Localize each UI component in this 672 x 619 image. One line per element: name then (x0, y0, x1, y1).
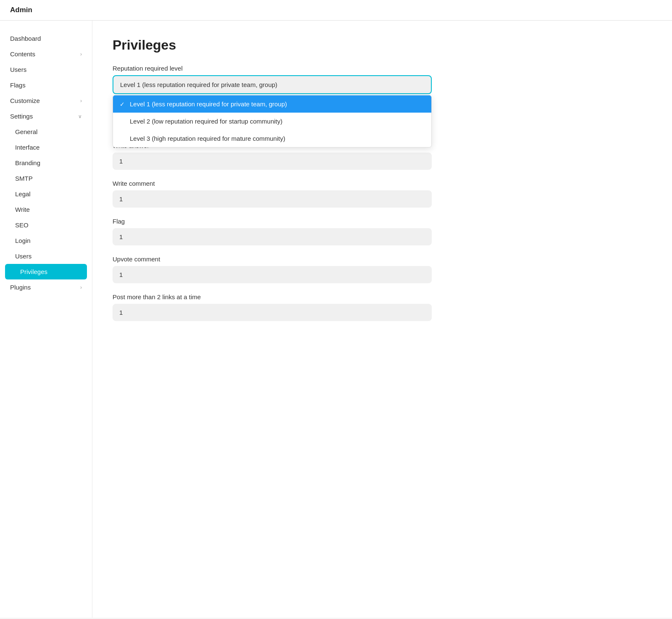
sidebar-item-write[interactable]: Write (0, 202, 92, 217)
option-label-level2: Level 2 (low reputation required for sta… (130, 118, 283, 125)
sidebar-label-plugins: Plugins (10, 284, 31, 291)
field-group-post-links: Post more than 2 links at a time (113, 293, 652, 321)
sidebar-label-contents: Contents (10, 50, 35, 58)
field-input-upvote-comment[interactable] (113, 266, 432, 283)
reputation-dropdown-menu: ✓Level 1 (less reputation required for p… (113, 95, 432, 148)
option-label-level1: Level 1 (less reputation required for pr… (130, 100, 287, 108)
reputation-selected-value: Level 1 (less reputation required for pr… (120, 81, 277, 88)
field-label-post-links: Post more than 2 links at a time (113, 293, 652, 300)
sidebar-label-write: Write (15, 206, 30, 213)
sidebar-item-users-sub[interactable]: Users (0, 248, 92, 264)
sidebar-label-users-sub: Users (15, 253, 32, 260)
layout: DashboardContents›UsersFlagsCustomize›Se… (0, 21, 672, 618)
field-input-write-answer[interactable] (113, 153, 432, 170)
top-bar: Admin (0, 0, 672, 21)
sidebar-label-dashboard: Dashboard (10, 35, 41, 42)
sidebar-item-plugins[interactable]: Plugins› (0, 279, 92, 295)
sidebar-label-branding: Branding (15, 159, 40, 166)
field-input-post-links[interactable] (113, 304, 432, 321)
sidebar-label-seo: SEO (15, 221, 29, 229)
chevron-down-icon: ∨ (78, 113, 82, 119)
admin-title: Admin (10, 6, 32, 14)
option-label-level3: Level 3 (high reputation required for ma… (130, 135, 285, 142)
sidebar-item-general[interactable]: General (0, 124, 92, 140)
dropdown-option-level3[interactable]: Level 3 (high reputation required for ma… (113, 130, 431, 147)
sidebar-item-interface[interactable]: Interface (0, 140, 92, 155)
field-label-upvote-comment: Upvote comment (113, 256, 652, 263)
chevron-right-icon: › (80, 284, 82, 290)
field-label-write-comment: Write comment (113, 180, 652, 187)
field-group-write-comment: Write comment (113, 180, 652, 208)
field-input-flag[interactable] (113, 228, 432, 245)
page-title: Privileges (113, 37, 652, 53)
sidebar-label-users-top: Users (10, 66, 26, 73)
reputation-label: Reputation required level (113, 65, 432, 72)
field-group-upvote-comment: Upvote comment (113, 256, 652, 283)
sidebar-item-smtp[interactable]: SMTP (0, 171, 92, 186)
main-content: Privileges Reputation required level Lev… (92, 21, 672, 618)
sidebar-label-legal: Legal (15, 190, 31, 198)
sidebar-item-branding[interactable]: Branding (0, 155, 92, 171)
sidebar-item-settings[interactable]: Settings∨ (0, 108, 92, 124)
sidebar-item-dashboard[interactable]: Dashboard (0, 31, 92, 46)
sidebar-item-login[interactable]: Login (0, 233, 92, 248)
sidebar-label-smtp: SMTP (15, 175, 33, 182)
field-label-flag: Flag (113, 218, 652, 225)
sidebar-label-customize: Customize (10, 97, 40, 104)
field-input-write-comment[interactable] (113, 190, 432, 208)
sidebar-item-flags[interactable]: Flags (0, 77, 92, 93)
sidebar-label-flags: Flags (10, 82, 26, 89)
reputation-dropdown-trigger[interactable]: Level 1 (less reputation required for pr… (113, 75, 432, 94)
sidebar-label-login: Login (15, 237, 31, 244)
sidebar-label-settings: Settings (10, 113, 33, 120)
chevron-right-icon: › (80, 98, 82, 104)
sidebar-label-interface: Interface (15, 144, 39, 151)
sidebar-item-privileges[interactable]: Privileges (5, 264, 87, 279)
chevron-right-icon: › (80, 51, 82, 57)
sidebar-item-contents[interactable]: Contents› (0, 46, 92, 62)
field-group-flag: Flag (113, 218, 652, 245)
sidebar-item-customize[interactable]: Customize› (0, 93, 92, 108)
sidebar: DashboardContents›UsersFlagsCustomize›Se… (0, 21, 92, 618)
dropdown-option-level2[interactable]: Level 2 (low reputation required for sta… (113, 113, 431, 130)
dropdown-option-level1[interactable]: ✓Level 1 (less reputation required for p… (113, 95, 431, 113)
sidebar-item-users-top[interactable]: Users (0, 62, 92, 77)
sidebar-item-seo[interactable]: SEO (0, 217, 92, 233)
check-icon: ✓ (120, 101, 126, 108)
sidebar-label-general: General (15, 128, 37, 135)
reputation-dropdown-group: Reputation required level Level 1 (less … (113, 65, 432, 94)
sidebar-label-privileges: Privileges (20, 268, 47, 275)
sidebar-item-legal[interactable]: Legal (0, 186, 92, 202)
